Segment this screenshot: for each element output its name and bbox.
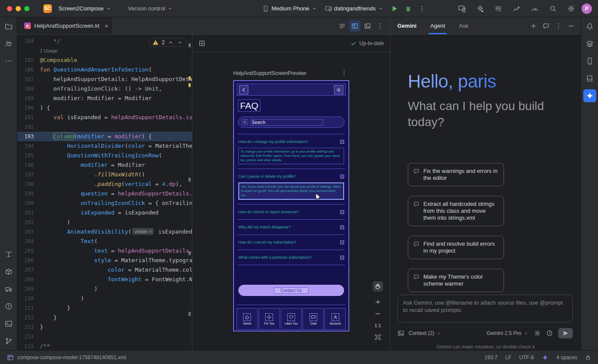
suggestion-card[interactable]: Extract all hardcoded strings from this … bbox=[408, 196, 504, 226]
nav-account[interactable]: Account bbox=[325, 308, 346, 330]
code-line[interactable]: 195 QuestionWithTrailingIconRow( bbox=[17, 151, 192, 160]
profiler-button[interactable] bbox=[529, 3, 541, 15]
suggestion-card[interactable]: Make my Theme's color scheme warmer bbox=[408, 269, 504, 292]
code-line[interactable]: 188 onTrailingIconClick: () -> Unit, bbox=[17, 84, 192, 94]
minimize-window-button[interactable] bbox=[16, 6, 21, 11]
code-line[interactable]: 208 fontWeight = FontWeight.Normal bbox=[17, 275, 192, 284]
resource-manager-button[interactable] bbox=[583, 72, 596, 85]
ui-check-mode-icon[interactable] bbox=[198, 40, 205, 47]
notifications-button[interactable] bbox=[583, 20, 596, 33]
zoom-in-button[interactable] bbox=[373, 297, 383, 307]
ai-assist-button[interactable] bbox=[474, 3, 486, 15]
suggestion-card[interactable]: Fix the warnings and errors in the edito… bbox=[408, 163, 504, 186]
context-selector[interactable]: Context (2) bbox=[409, 330, 442, 336]
faq-question[interactable]: How do I cancel my subscription? bbox=[238, 239, 344, 245]
attach-image-button[interactable] bbox=[397, 330, 404, 337]
chat-history-button[interactable] bbox=[543, 23, 549, 29]
build-tool-button[interactable] bbox=[2, 283, 15, 296]
hide-panel-button[interactable] bbox=[568, 23, 575, 29]
indent-setting[interactable]: 4 spaces bbox=[556, 354, 577, 361]
code-line[interactable]: 187 helpAndSupportDetails: HelpAndSuppor… bbox=[17, 75, 192, 84]
more-run-actions-button[interactable] bbox=[416, 3, 428, 15]
device-selector[interactable]: Medium Phone bbox=[259, 3, 320, 15]
split-view-button[interactable] bbox=[349, 20, 361, 32]
vcs-widget[interactable]: Version control bbox=[125, 3, 176, 15]
zoom-reset-button[interactable]: 1:1 bbox=[373, 320, 383, 331]
code-line[interactable]: 189 modifier: Modifier = Modifier bbox=[17, 94, 192, 103]
faq-question[interactable]: How do I change my profile information? bbox=[238, 139, 344, 145]
code-line[interactable]: 205 text = helpAndSupportDetails.answer, bbox=[17, 246, 192, 256]
nav-chat[interactable]: Chat bbox=[302, 308, 324, 330]
zoom-to-fit-button[interactable] bbox=[373, 332, 383, 342]
logcat-button[interactable] bbox=[492, 3, 504, 15]
suggestion-card[interactable]: Find and resolve build errors in my proj… bbox=[408, 236, 504, 259]
gemini-tab-agent[interactable]: Agent bbox=[429, 17, 447, 34]
code-line[interactable]: 202 ) bbox=[17, 218, 192, 227]
settings-button[interactable] bbox=[565, 3, 577, 15]
gemini-options-button[interactable] bbox=[555, 23, 562, 29]
close-tab-button[interactable]: × bbox=[104, 23, 108, 29]
usage-hint[interactable]: 1 Usage bbox=[40, 48, 58, 53]
gemini-settings-button[interactable] bbox=[534, 330, 541, 337]
expand-icon[interactable] bbox=[340, 240, 344, 244]
code-line[interactable]: 190) { bbox=[17, 103, 192, 113]
code-line[interactable]: 211 } bbox=[17, 303, 192, 313]
gemini-tool-button[interactable] bbox=[583, 89, 596, 102]
code-line[interactable]: 197 .fillMaxWidth() bbox=[17, 170, 192, 179]
nav-likes-you[interactable]: Likes You bbox=[281, 308, 302, 330]
stripe-mark[interactable] bbox=[188, 312, 191, 316]
phone-preview[interactable]: FAQ Search How do I change my profile in… bbox=[233, 80, 349, 332]
pan-tool-button[interactable] bbox=[373, 281, 383, 292]
stripe-mark[interactable] bbox=[188, 178, 191, 182]
version-control-tool-button[interactable] bbox=[2, 335, 15, 348]
code-line[interactable]: 209 ) bbox=[17, 284, 192, 294]
line-separator[interactable]: LF bbox=[505, 354, 511, 361]
preview-name-label[interactable]: HelpAndSupportScreenPreview bbox=[233, 70, 306, 76]
editor-options-button[interactable] bbox=[374, 20, 386, 32]
device-explorer-button[interactable] bbox=[583, 37, 596, 50]
caret-position[interactable]: 193:7 bbox=[484, 354, 497, 361]
nav-for-you[interactable]: For You bbox=[259, 308, 280, 330]
faq-answer[interactable]: To change your profile information, go t… bbox=[238, 148, 344, 164]
gemini-prompt-input[interactable]: Ask Gemini, use @filename to attach sour… bbox=[397, 295, 573, 322]
debug-button[interactable] bbox=[402, 3, 414, 15]
search-everywhere-button[interactable] bbox=[547, 3, 559, 15]
run-configuration-selector[interactable]: datingandfriends bbox=[322, 3, 387, 15]
code-line[interactable]: 201 isExpanded = isExpanded bbox=[17, 208, 192, 218]
send-prompt-button[interactable] bbox=[558, 328, 573, 338]
file-encoding[interactable]: UTF-8 bbox=[519, 354, 534, 361]
model-selector[interactable]: Gemini 2.5 Pro bbox=[487, 330, 529, 336]
warning-stripe-mark[interactable] bbox=[188, 76, 191, 80]
gemini-tab-ask[interactable]: Ask bbox=[457, 17, 470, 34]
code-line[interactable]: 186fun QuestionAndAnswerInfoSection( bbox=[17, 65, 192, 75]
code-line[interactable]: 215/** bbox=[17, 341, 192, 350]
code-line[interactable]: 192 bbox=[17, 122, 192, 132]
faq-question[interactable]: Can I pause or delete my profile? bbox=[238, 173, 344, 179]
code-view-button[interactable] bbox=[337, 20, 348, 32]
preview-options-button[interactable] bbox=[341, 69, 348, 76]
project-tool-button[interactable] bbox=[2, 20, 15, 33]
search-field[interactable]: Search bbox=[238, 117, 344, 128]
faq-question[interactable]: Why did my match disappear? bbox=[238, 224, 344, 230]
code-line[interactable]: 212 } bbox=[17, 313, 192, 322]
zoom-out-button[interactable] bbox=[373, 309, 383, 319]
back-button[interactable] bbox=[239, 85, 248, 94]
code-line[interactable]: 200 onTrailingIconClick = { onTrailingIc… bbox=[17, 198, 192, 208]
pull-requests-tool-button[interactable] bbox=[2, 37, 15, 50]
code-line[interactable]: 191 val isExpanded = helpAndSupportDetai… bbox=[17, 113, 192, 122]
expand-icon[interactable] bbox=[340, 140, 344, 144]
stripe-mark[interactable] bbox=[188, 43, 191, 47]
code-line[interactable]: 196 modifier = Modifier bbox=[17, 160, 192, 170]
nav-home[interactable]: Home bbox=[237, 308, 258, 330]
run-button[interactable] bbox=[388, 3, 400, 15]
lock-icon[interactable] bbox=[585, 354, 591, 361]
new-chat-button[interactable] bbox=[530, 23, 537, 29]
faq-question[interactable]: What comes with a premium subscription? bbox=[238, 254, 344, 260]
error-stripe[interactable] bbox=[187, 35, 192, 350]
prompt-history-button[interactable] bbox=[546, 330, 553, 337]
settings-button[interactable] bbox=[334, 85, 343, 94]
inspections-widget[interactable]: 2 bbox=[149, 38, 187, 47]
running-devices-button[interactable] bbox=[583, 55, 596, 68]
expand-icon[interactable] bbox=[340, 210, 344, 214]
problems-tool-button[interactable] bbox=[2, 300, 15, 313]
